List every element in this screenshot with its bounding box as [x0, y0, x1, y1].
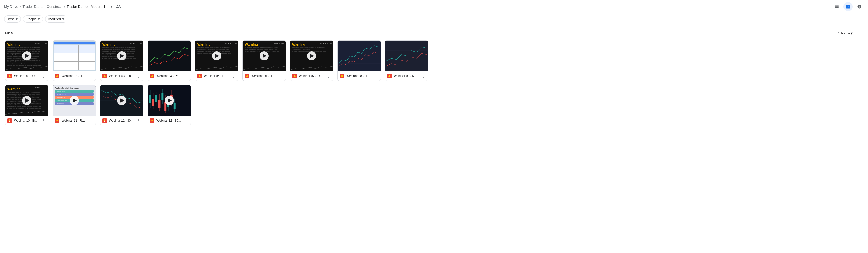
file-menu-11[interactable]: ⋮ — [89, 118, 94, 123]
file-name-9: Webinar 09 - Mar... — [394, 74, 419, 78]
grid-view-button[interactable] — [843, 2, 853, 11]
file-card-5[interactable]: Warning TRADER DA on exchange, indices a… — [195, 40, 238, 81]
file-thumbnail-4 — [148, 40, 191, 71]
file-type-icon-12 — [102, 118, 107, 123]
file-thumbnail-7: Warning TRADER DA on exchange, indices a… — [290, 40, 333, 71]
breadcrumb: My Drive › Trader Dante - Constru... › T… — [4, 2, 830, 11]
people-filter-chip[interactable]: People ▾ — [23, 15, 43, 23]
file-card-4[interactable]: Webinar 04 - Pric... ⋮ — [148, 40, 191, 81]
file-type-icon-2 — [55, 74, 59, 78]
play-icon-11 — [73, 98, 77, 102]
file-menu-8[interactable]: ⋮ — [373, 73, 378, 78]
file-info-11: Webinar 11 - Routi... ⋮ — [53, 116, 96, 125]
file-thumbnail-6: Warning TRADER DA on exchange, indices a… — [243, 40, 286, 71]
modified-filter-label: Modified — [49, 17, 61, 21]
file-menu-6[interactable]: ⋮ — [278, 73, 283, 78]
file-menu-12[interactable]: ⋮ — [136, 118, 141, 123]
info-button[interactable] — [855, 2, 864, 11]
breadcrumb-current-label: Trader Dante - Module 1 ... — [67, 5, 110, 9]
file-name-3: Webinar 03 - The ... — [109, 74, 134, 78]
file-type-icon-3 — [102, 74, 107, 78]
type-filter-chip[interactable]: Type ▾ — [4, 15, 21, 23]
play-overlay-12 — [117, 96, 126, 105]
file-card-12[interactable]: Webinar 12 - 30 Tr... ⋮ — [100, 85, 144, 125]
svg-rect-30 — [155, 95, 157, 102]
file-card-7[interactable]: Warning TRADER DA on exchange, indices a… — [290, 40, 333, 81]
file-thumbnail-11: Routine for a full time trader • Morning… — [53, 85, 96, 116]
file-card-9[interactable]: Webinar 09 - Mar... ⋮ — [385, 40, 428, 81]
file-menu-13[interactable]: ⋮ — [184, 118, 189, 123]
file-info-6: Webinar 06 - How ... ⋮ — [243, 71, 286, 81]
file-menu-3[interactable]: ⋮ — [136, 73, 141, 78]
file-info-4: Webinar 04 - Pric... ⋮ — [148, 71, 191, 81]
play-overlay-6 — [259, 51, 269, 60]
file-grid-row2: Warning TRADER DA on exchange, indices a… — [5, 85, 863, 125]
file-type-icon-7 — [292, 74, 297, 78]
file-card-3[interactable]: Warning TRADER DA on exchange, indices a… — [100, 40, 144, 81]
modified-filter-chip[interactable]: Modified ▾ — [45, 15, 67, 23]
file-type-icon-10 — [7, 118, 12, 123]
svg-rect-26 — [149, 95, 151, 103]
play-icon-13 — [168, 98, 172, 102]
file-menu-10[interactable]: ⋮ — [41, 118, 46, 123]
file-menu-1[interactable]: ⋮ — [41, 73, 46, 78]
file-info-12: Webinar 12 - 30 Tr... ⋮ — [100, 116, 143, 125]
breadcrumb-item-constru[interactable]: Trader Dante - Constru... — [23, 5, 62, 9]
sort-direction-icon[interactable]: ↑ — [837, 31, 839, 35]
file-info-7: Webinar 07 - Trad... ⋮ — [290, 71, 333, 81]
play-overlay-11 — [70, 96, 79, 105]
file-card-2[interactable]: Webinar 02 - How ... ⋮ — [53, 40, 96, 81]
file-thumbnail-10: Warning TRADER DA on exchange, indices a… — [5, 85, 48, 116]
people-filter-arrow-icon: ▾ — [38, 17, 40, 22]
file-name-12: Webinar 12 - 30 Tr... — [109, 119, 134, 122]
file-name-10: Webinar 10 - Effec... — [14, 119, 39, 122]
file-thumbnail-3: Warning TRADER DA on exchange, indices a… — [100, 40, 143, 71]
play-icon-1 — [25, 54, 29, 58]
sort-label-button[interactable]: Name ▾ — [841, 31, 853, 36]
sort-label-arrow-icon: ▾ — [850, 31, 853, 36]
files-more-button[interactable]: ⋮ — [855, 29, 863, 37]
file-card-13[interactable]: Webinar 12 - 30 Tr... ⋮ — [148, 85, 191, 125]
sort-label-text: Name — [841, 31, 850, 35]
file-menu-9[interactable]: ⋮ — [421, 73, 426, 78]
file-menu-5[interactable]: ⋮ — [231, 73, 236, 78]
grid-check-icon — [846, 4, 850, 9]
play-overlay-1 — [22, 51, 31, 60]
share-people-button[interactable] — [114, 2, 123, 11]
play-overlay-10 — [22, 96, 31, 105]
file-card-8[interactable]: Webinar 08 - How ... ⋮ — [337, 40, 381, 81]
file-type-icon-5 — [197, 74, 202, 78]
file-info-2: Webinar 02 - How ... ⋮ — [53, 71, 96, 81]
file-card-6[interactable]: Warning TRADER DA on exchange, indices a… — [243, 40, 286, 81]
file-menu-2[interactable]: ⋮ — [89, 73, 94, 78]
top-bar: My Drive › Trader Dante - Constru... › T… — [0, 0, 868, 13]
file-type-icon-6 — [245, 74, 249, 78]
file-card-10[interactable]: Warning TRADER DA on exchange, indices a… — [5, 85, 49, 125]
file-info-8: Webinar 08 - How ... ⋮ — [338, 71, 380, 81]
play-overlay-13 — [165, 96, 174, 105]
file-menu-4[interactable]: ⋮ — [184, 73, 189, 78]
play-icon-6 — [262, 54, 267, 58]
people-filter-label: People — [26, 17, 36, 21]
file-name-4: Webinar 04 - Pric... — [156, 74, 182, 78]
file-menu-7[interactable]: ⋮ — [326, 73, 331, 78]
breadcrumb-item-mydrive[interactable]: My Drive — [4, 5, 18, 9]
file-grid: Warning TRADER DA on exchange, indices a… — [5, 40, 863, 81]
file-info-13: Webinar 12 - 30 Tr... ⋮ — [148, 116, 191, 125]
play-icon-10 — [25, 98, 29, 102]
breadcrumb-current: Trader Dante - Module 1 ... ▾ — [67, 4, 113, 9]
file-card-1[interactable]: Warning TRADER DA on exchange, indices a… — [5, 40, 49, 81]
list-view-button[interactable] — [832, 2, 841, 11]
file-name-13: Webinar 12 - 30 Tr... — [156, 119, 182, 122]
file-info-5: Webinar 05 - How ... ⋮ — [195, 71, 238, 81]
play-icon-7 — [310, 54, 314, 58]
file-type-icon-11 — [55, 118, 59, 123]
files-more-icon: ⋮ — [857, 30, 861, 36]
breadcrumb-separator-2: › — [64, 4, 65, 9]
type-filter-label: Type — [7, 17, 14, 21]
file-card-11[interactable]: Routine for a full time trader • Morning… — [53, 85, 96, 125]
file-info-10: Webinar 10 - Effec... ⋮ — [5, 116, 48, 125]
breadcrumb-chevron-icon[interactable]: ▾ — [111, 4, 113, 9]
file-thumbnail-13 — [148, 85, 191, 116]
file-name-1: Webinar 01 - Orde... — [14, 74, 39, 78]
